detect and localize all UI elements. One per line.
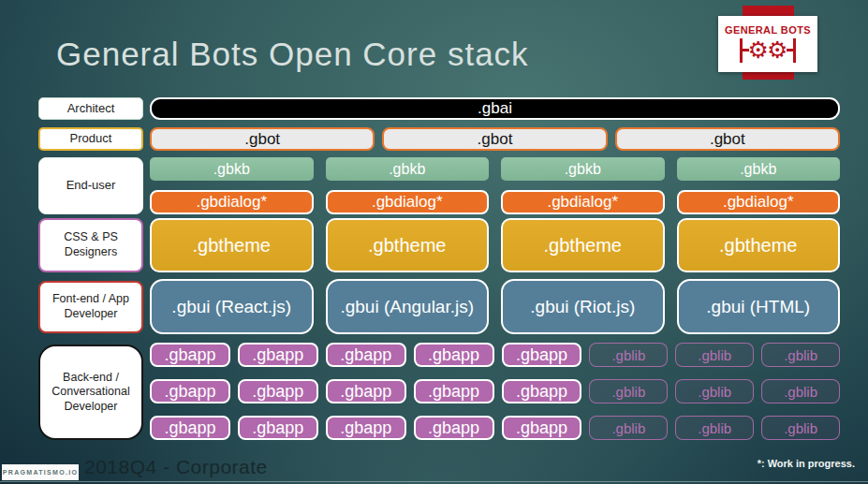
footer-caption: 2018Q4 - Corporate — [84, 456, 268, 478]
block-gbtheme: .gbtheme — [326, 218, 490, 272]
gear-icon: ⚙ — [767, 38, 787, 63]
row-label-line: CSS & PS — [64, 230, 118, 245]
block-gbkb: .gbkb — [501, 157, 665, 181]
row-label-backend-developer: Back-end / Conversational Developer — [38, 345, 143, 440]
block-gbtheme: .gbtheme — [501, 218, 665, 272]
gear-bar-right-icon — [793, 38, 796, 63]
row-label-line: Back-end / — [63, 371, 119, 386]
block-gbapp: .gbapp — [150, 343, 230, 367]
block-gblib: .gblib — [675, 343, 754, 367]
block-gbapp: .gbapp — [502, 379, 582, 403]
brand-name: GENERAL BOTS — [725, 24, 811, 36]
slide: General Bots Open Core stack GENERAL BOT… — [0, 0, 868, 484]
block-gblib: .gblib — [589, 416, 668, 440]
block-gbdialog: .gbdialog* — [677, 190, 841, 214]
block-gbot: .gbot — [150, 127, 375, 151]
block-gbtheme: .gbtheme — [150, 218, 314, 272]
row-label-line: Developer — [65, 400, 118, 415]
block-gbapp: .gbapp — [414, 416, 494, 440]
block-gbtheme: .gbtheme — [677, 218, 841, 272]
block-gbkb: .gbkb — [326, 157, 490, 181]
block-gbai: .gbai — [150, 97, 840, 120]
block-gbui-react: .gbui (React.js) — [150, 279, 314, 334]
block-gbkb: .gbkb — [677, 157, 841, 181]
row-gbdialog: .gbdialog* .gbdialog* .gbdialog* .gbdial… — [150, 190, 840, 214]
row-label-designers: CSS & PS Designers — [38, 218, 143, 272]
block-gbapp: .gbapp — [326, 379, 406, 403]
gears-icon: ⚙ ⚙ — [740, 37, 797, 65]
block-gbapp: .gbapp — [150, 416, 230, 440]
block-gblib: .gblib — [589, 379, 668, 403]
row-label-end-user: End-user — [38, 157, 143, 214]
block-gbapp: .gbapp — [238, 416, 318, 440]
row-label-product: Product — [38, 127, 143, 151]
block-gblib: .gblib — [761, 343, 840, 367]
block-gblib: .gblib — [675, 379, 754, 403]
block-gbapp: .gbapp — [502, 343, 582, 367]
pragmatismo-logo: PRAGMATISMO.IO — [2, 464, 79, 480]
row-label-line: Developer — [65, 307, 118, 322]
row-label-line: Conversational — [51, 385, 129, 400]
row-gbapp-3: .gbapp .gbapp .gbapp .gbapp .gbapp .gbli… — [150, 416, 840, 440]
block-gbapp: .gbapp — [150, 379, 230, 403]
block-gblib: .gblib — [761, 379, 840, 403]
block-gblib: .gblib — [589, 343, 668, 367]
row-gbapp-1: .gbapp .gbapp .gbapp .gbapp .gbapp .gbli… — [150, 343, 840, 367]
row-label-line: Font-end / App — [52, 292, 129, 307]
block-gbapp: .gbapp — [326, 416, 406, 440]
block-gbui-angular: .gbui (Angular.js) — [326, 279, 490, 334]
slide-bottom-edge — [0, 481, 868, 482]
block-gbkb: .gbkb — [150, 157, 314, 181]
block-gbapp: .gbapp — [238, 379, 318, 403]
row-label-line: Designers — [65, 245, 117, 260]
row-gbui: .gbui (React.js) .gbui (Angular.js) .gbu… — [150, 279, 840, 334]
block-gbapp: .gbapp — [414, 379, 494, 403]
block-gbot: .gbot — [615, 127, 840, 151]
row-gbkb: .gbkb .gbkb .gbkb .gbkb — [150, 157, 840, 181]
block-gbui-riot: .gbui (Riot.js) — [501, 279, 665, 334]
block-gbdialog: .gbdialog* — [326, 190, 490, 214]
row-architect: .gbai — [150, 97, 840, 120]
block-gbdialog: .gbdialog* — [501, 190, 665, 214]
block-gbui-html: .gbui (HTML) — [677, 279, 841, 334]
block-gbot: .gbot — [382, 127, 607, 151]
work-in-progress-note: *: Work in progress. — [758, 458, 855, 469]
row-gbapp-2: .gbapp .gbapp .gbapp .gbapp .gbapp .gbli… — [150, 379, 840, 403]
block-gblib: .gblib — [761, 416, 840, 440]
gear-icon: ⚙ — [748, 38, 769, 63]
block-gblib: .gblib — [675, 416, 754, 440]
general-bots-logo: GENERAL BOTS ⚙ ⚙ — [718, 16, 817, 72]
block-gbapp: .gbapp — [238, 343, 318, 367]
block-gbapp: .gbapp — [502, 416, 582, 440]
block-gbdialog: .gbdialog* — [150, 190, 314, 214]
block-gbapp: .gbapp — [326, 343, 406, 367]
gear-stub-right-icon — [787, 49, 793, 51]
row-label-frontend-developer: Font-end / App Developer — [38, 281, 143, 333]
row-product: .gbot .gbot .gbot — [150, 127, 840, 151]
block-gbapp: .gbapp — [414, 343, 494, 367]
row-label-architect: Architect — [38, 97, 143, 120]
slide-title: General Bots Open Core stack — [56, 36, 529, 73]
row-gbtheme: .gbtheme .gbtheme .gbtheme .gbtheme — [150, 218, 840, 272]
